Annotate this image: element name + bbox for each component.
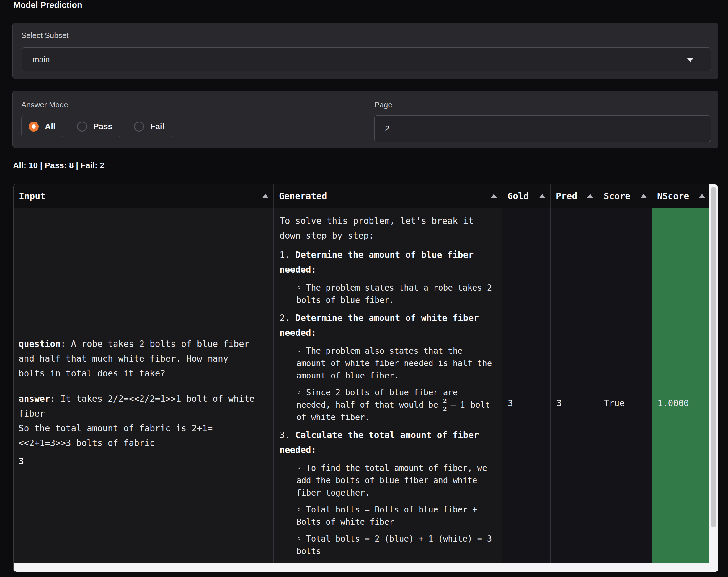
cell-gold[interactable]: 3 [502,208,550,564]
stats-line: All: 10 | Pass: 8 | Fail: 2 [13,161,104,170]
radio-selected-icon [29,121,39,132]
vertical-scrollbar-thumb[interactable] [711,187,716,527]
sort-asc-icon[interactable] [587,194,593,198]
cell-input[interactable]: question: A robe takes 2 bolts of blue f… [14,208,274,564]
sort-asc-icon[interactable] [699,194,705,198]
page-value: 2 [385,124,389,133]
sort-asc-icon[interactable] [262,194,269,198]
col-header-score[interactable]: Score [598,184,652,208]
model-prediction-page: Model Prediction Select Subset main Answ… [0,0,728,577]
subset-dropdown[interactable]: main [22,48,711,72]
col-header-nscore[interactable]: NScore [652,184,710,208]
table-row: question: A robe takes 2 bolts of blue f… [14,208,718,564]
results-table: Input Generated Gold Pred Score NScore q… [13,184,718,572]
radio-pass[interactable]: Pass [70,116,121,137]
sort-asc-icon[interactable] [491,194,497,198]
page-title: Model Prediction [13,0,82,10]
col-header-input[interactable]: Input [14,184,274,208]
sort-asc-icon[interactable] [640,194,647,198]
page-label: Page [374,100,392,109]
radio-all[interactable]: All [21,116,63,137]
col-header-gold[interactable]: Gold [502,184,550,208]
horizontal-scrollbar-track[interactable] [14,564,718,572]
answer-mode-label: Answer Mode [21,100,68,109]
subset-value: main [32,55,50,64]
chevron-down-icon [687,58,694,62]
sort-asc-icon[interactable] [539,194,546,198]
cell-generated[interactable]: To solve this problem, let's break it do… [274,208,502,564]
cell-nscore[interactable]: 1.0000 [652,208,710,564]
controls-panel: Answer Mode All Pass Fail Page 2 [12,90,718,148]
radio-unselected-icon [77,121,87,132]
col-header-pred[interactable]: Pred [550,184,598,208]
page-input[interactable]: 2 [374,115,711,142]
radio-unselected-icon [134,121,144,132]
vertical-scrollbar-track[interactable] [709,184,718,564]
cell-score[interactable]: True [598,208,652,564]
subset-panel: Select Subset main [12,23,718,79]
table-header: Input Generated Gold Pred Score NScore [14,184,718,208]
radio-fail[interactable]: Fail [127,116,173,137]
subset-label: Select Subset [21,31,69,40]
col-header-generated[interactable]: Generated [274,184,502,208]
cell-pred[interactable]: 3 [550,208,598,564]
answer-mode-radio-group: All Pass Fail [21,116,173,137]
